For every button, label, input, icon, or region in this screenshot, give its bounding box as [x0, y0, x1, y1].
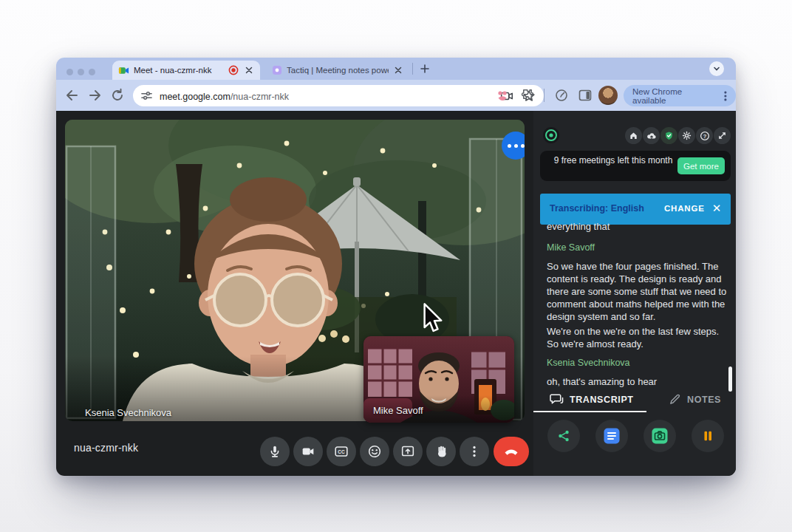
meet-favicon: [118, 65, 129, 76]
screenshot-camera-icon: [651, 427, 669, 445]
camera-icon: [300, 443, 316, 460]
tab-tactiq[interactable]: Tactiq | Meeting notes powe: [267, 61, 408, 80]
update-chrome-pill[interactable]: New Chrome available: [624, 85, 736, 106]
url-path: /nua-czmr-nkk: [231, 92, 289, 102]
present-button[interactable]: [393, 437, 423, 466]
privacy-shield-button[interactable]: [660, 127, 677, 144]
more-vertical-icon: [466, 443, 482, 460]
transcript-tab-label: TRANSCRIPT: [570, 395, 634, 405]
help-button[interactable]: ?: [696, 127, 713, 144]
get-more-button[interactable]: Get more: [677, 157, 725, 174]
reload-button[interactable]: [109, 87, 126, 103]
toolbar-divider: [544, 89, 544, 102]
update-chrome-label: New Chrome available: [632, 87, 717, 105]
url-text: meet.google.com/nua-czmr-nkk: [160, 89, 289, 103]
tab-title: Meet - nua-czmr-nkk: [134, 66, 224, 75]
pinned-extension-icon[interactable]: [495, 88, 510, 103]
chevron-down-icon: [713, 65, 720, 72]
url-domain: meet.google.com: [160, 92, 231, 102]
end-call-button[interactable]: [494, 437, 529, 466]
detach-panel-button[interactable]: [714, 127, 731, 144]
performance-icon[interactable]: [554, 88, 569, 103]
transcript-paragraph: oh, that's amazing to hear: [547, 375, 728, 388]
shield-check-icon: [664, 131, 674, 140]
quota-card: 9 free meetings left this month Get more: [540, 151, 731, 181]
end-call-icon: [502, 443, 520, 460]
camera-button[interactable]: [293, 437, 323, 466]
home-icon: [629, 131, 638, 140]
transcript-paragraph: We're on the we're on the last few steps…: [547, 325, 728, 350]
extensions-puzzle-icon[interactable]: [520, 87, 536, 103]
cloud-sync-button[interactable]: [643, 127, 660, 144]
captions-button[interactable]: CC: [327, 437, 356, 466]
transcribing-label: Transcribing: English: [550, 203, 644, 214]
tactiq-panel: ? 9 free meetings left this month Get mo…: [533, 111, 736, 476]
help-icon: ?: [700, 131, 710, 141]
more-menu-icon[interactable]: [720, 89, 731, 103]
desktop: Meet - nua-czmr-nkk Tactiq | Meeting not…: [0, 0, 792, 532]
transcript-paragraph: So we have the four pages finished. The …: [547, 260, 728, 323]
side-panel-icon[interactable]: [578, 88, 593, 103]
tactiq-favicon: [272, 65, 282, 75]
mic-icon: [267, 443, 283, 460]
tab-close-icon[interactable]: [393, 65, 403, 75]
mic-button[interactable]: [260, 437, 290, 466]
transcript-speaker: Mike Savoff: [547, 242, 728, 253]
raise-hand-icon: [433, 443, 449, 460]
raise-hand-button[interactable]: [426, 437, 456, 466]
tab-title: Tactiq | Meeting notes powe: [287, 66, 389, 75]
detach-icon: [717, 131, 727, 140]
tactiq-logo: [542, 126, 560, 144]
banner-close-button[interactable]: ✕: [709, 200, 725, 216]
pause-icon: [700, 429, 715, 443]
panel-scrollbar[interactable]: [728, 366, 732, 392]
emoji-icon: [366, 443, 383, 460]
cc-glyph: CC: [338, 449, 345, 454]
forward-button[interactable]: [87, 87, 103, 103]
meet-page: Ksenia Svechnikova: [56, 111, 736, 476]
mouse-cursor: [421, 303, 446, 335]
tab-close-icon[interactable]: [244, 65, 254, 75]
share-icon: [556, 429, 571, 443]
tab-transcript[interactable]: TRANSCRIPT: [550, 393, 634, 406]
tab-meet[interactable]: Meet - nua-czmr-nkk: [112, 61, 260, 80]
participant-name-label: Ksenia Svechnikova: [85, 407, 171, 418]
active-tab-underline: [533, 411, 646, 412]
window-controls[interactable]: [66, 65, 100, 78]
tab-search-chevron-button[interactable]: [709, 61, 724, 76]
pause-transcription-button[interactable]: [692, 420, 724, 452]
chat-bubble-button[interactable]: [502, 132, 525, 160]
more-options-button[interactable]: [460, 437, 489, 466]
pip-video-tile[interactable]: Mike Savoff: [363, 336, 514, 423]
transcript-partial: everything that: [547, 220, 728, 233]
transcript-chat-icon: [550, 393, 564, 406]
present-icon: [400, 443, 416, 460]
meet-control-bar: nua-czmr-nkk CC: [56, 421, 533, 476]
back-button[interactable]: [64, 87, 80, 103]
meeting-code: nua-czmr-nkk: [74, 442, 138, 454]
settings-button[interactable]: [678, 127, 695, 144]
participant-name-label: Mike Savoff: [373, 405, 423, 416]
cloud-upload-icon: [646, 131, 657, 141]
notes-pencil-icon: [669, 393, 681, 406]
screenshot-button[interactable]: [644, 420, 676, 452]
home-button[interactable]: [625, 127, 642, 144]
change-language-button[interactable]: CHANGE: [664, 204, 705, 213]
google-docs-icon: [603, 427, 621, 445]
site-info-icon[interactable]: [140, 89, 153, 102]
browser-window: Meet - nua-czmr-nkk Tactiq | Meeting not…: [56, 58, 736, 476]
url-bar[interactable]: meet.google.com/nua-czmr-nkk: [133, 85, 544, 106]
reactions-button[interactable]: [360, 437, 389, 466]
tab-divider: [412, 63, 413, 75]
tab-strip: Meet - nua-czmr-nkk Tactiq | Meeting not…: [56, 58, 736, 80]
new-tab-button[interactable]: [420, 64, 430, 74]
share-button[interactable]: [547, 420, 580, 452]
captions-icon: CC: [333, 443, 349, 460]
notes-tab-label: NOTES: [687, 395, 721, 405]
browser-toolbar: meet.google.com/nua-czmr-nkk: [56, 80, 736, 111]
gear-icon: [682, 131, 692, 140]
quota-text: 9 free meetings left this month: [550, 155, 676, 166]
profile-avatar[interactable]: [598, 86, 618, 105]
save-to-docs-button[interactable]: [595, 420, 628, 452]
tab-notes[interactable]: NOTES: [669, 393, 721, 406]
